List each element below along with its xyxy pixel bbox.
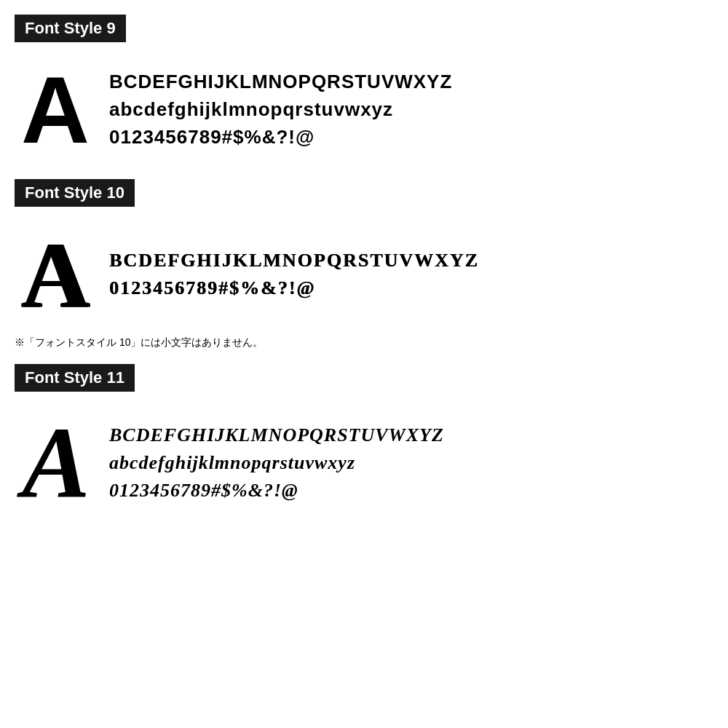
- font-style-11-section: Font Style 11 A BCDEFGHIJKLMNOPQRSTUVWXY…: [15, 364, 713, 521]
- font-style-9-line-3: 0123456789#$%&?!@: [109, 124, 452, 151]
- font-style-9-line-2: abcdefghijklmnopqrstuvwxyz: [109, 96, 452, 124]
- font-style-10-big-letter: A: [15, 227, 95, 322]
- font-style-11-line-3: 0123456789#$%&?!@: [109, 477, 444, 505]
- font-style-9-demo: A BCDEFGHIJKLMNOPQRSTUVWXYZ abcdefghijkl…: [15, 55, 713, 165]
- font-style-9-section: Font Style 9 A BCDEFGHIJKLMNOPQRSTUVWXYZ…: [15, 15, 713, 165]
- page-container: Font Style 9 A BCDEFGHIJKLMNOPQRSTUVWXYZ…: [0, 0, 728, 728]
- font-style-11-chars: BCDEFGHIJKLMNOPQRSTUVWXYZ abcdefghijklmn…: [109, 422, 444, 504]
- font-style-10-line-1: BCDEFGHIJKLMNOPQRSTUVWXYZ: [109, 247, 479, 274]
- font-style-9-chars: BCDEFGHIJKLMNOPQRSTUVWXYZ abcdefghijklmn…: [109, 68, 452, 151]
- font-style-11-big-letter: A: [15, 412, 95, 514]
- font-style-11-line-2: abcdefghijklmnopqrstuvwxyz: [109, 449, 444, 477]
- font-style-9-title: Font Style 9: [15, 15, 126, 42]
- font-style-10-demo: A BCDEFGHIJKLMNOPQRSTUVWXYZ 0123456789#$…: [15, 220, 713, 329]
- font-style-10-title: Font Style 10: [15, 179, 135, 207]
- font-style-11-title: Font Style 11: [15, 364, 135, 392]
- font-style-10-line-2: 0123456789#$%&?!@: [109, 274, 479, 302]
- font-style-11-line-1: BCDEFGHIJKLMNOPQRSTUVWXYZ: [109, 422, 444, 449]
- font-style-11-demo: A BCDEFGHIJKLMNOPQRSTUVWXYZ abcdefghijkl…: [15, 405, 713, 521]
- font-style-10-note: ※「フォントスタイル 10」には小文字はありません。: [15, 336, 713, 349]
- font-style-9-big-letter: A: [15, 63, 95, 157]
- font-style-10-section: Font Style 10 A BCDEFGHIJKLMNOPQRSTUVWXY…: [15, 179, 713, 349]
- font-style-9-line-1: BCDEFGHIJKLMNOPQRSTUVWXYZ: [109, 68, 452, 96]
- font-style-10-chars: BCDEFGHIJKLMNOPQRSTUVWXYZ 0123456789#$%&…: [109, 247, 479, 301]
